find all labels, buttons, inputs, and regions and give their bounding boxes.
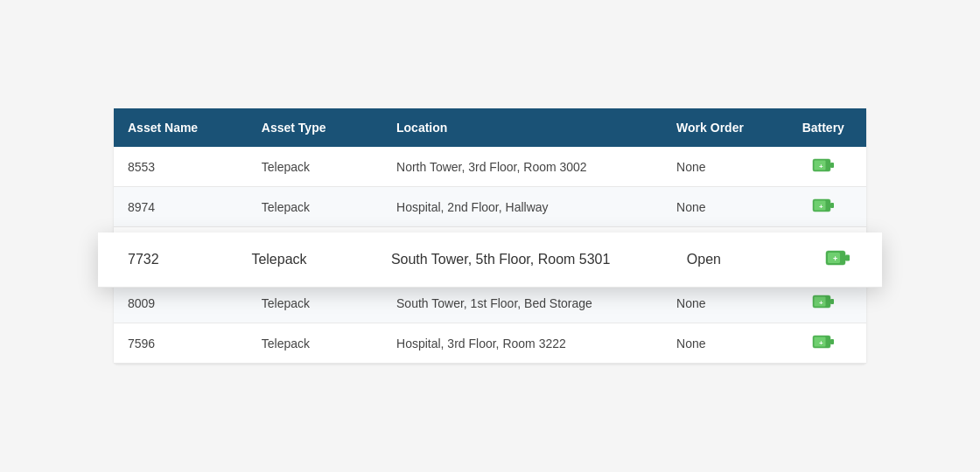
battery-icon: + xyxy=(812,337,835,351)
battery-cell: + xyxy=(780,283,866,323)
work-order-cell: None xyxy=(662,187,780,227)
svg-rect-18 xyxy=(845,255,850,261)
col-header-battery: Battery xyxy=(780,108,866,147)
battery-icon: + xyxy=(812,201,835,215)
work-order-cell: None xyxy=(662,323,780,364)
svg-rect-2 xyxy=(830,163,834,168)
asset-name-cell: 8974 xyxy=(114,187,248,227)
col-header-asset-name: Asset Name xyxy=(114,108,248,147)
asset-name-cell: 8009 xyxy=(114,283,248,323)
col-header-work-order: Work Order xyxy=(662,108,780,147)
svg-rect-14 xyxy=(830,339,834,344)
asset-table-wrapper: Asset Name Asset Type Location Work Orde… xyxy=(114,108,866,364)
col-header-asset-type: Asset Type xyxy=(248,108,382,147)
table-header-row: Asset Name Asset Type Location Work Orde… xyxy=(114,108,866,147)
svg-text:+: + xyxy=(833,254,837,263)
location-cell: Hospital, 3rd Floor, Room 3222 xyxy=(382,323,662,364)
asset-name-cell: 7596 xyxy=(114,323,248,364)
battery-icon: + xyxy=(812,161,835,175)
highlighted-battery: + xyxy=(794,233,882,288)
battery-icon: + xyxy=(825,253,851,268)
svg-text:+: + xyxy=(819,163,823,170)
col-header-location: Location xyxy=(382,108,662,147)
table-row[interactable]: 8974 Telepack Hospital, 2nd Floor, Hallw… xyxy=(114,187,866,227)
battery-cell: + xyxy=(780,147,866,187)
highlighted-row-table: 7732 Telepack South Tower, 5th Floor, Ro… xyxy=(98,233,882,288)
table-row[interactable]: 8009 Telepack South Tower, 1st Floor, Be… xyxy=(114,283,866,323)
battery-cell: + xyxy=(780,187,866,227)
battery-cell: + xyxy=(780,323,866,364)
highlighted-row[interactable]: 7732 Telepack South Tower, 5th Floor, Ro… xyxy=(98,233,882,288)
svg-rect-6 xyxy=(830,203,834,208)
asset-name-cell: 8553 xyxy=(114,147,248,187)
asset-type-cell: Telepack xyxy=(248,147,382,187)
table-row[interactable]: 7596 Telepack Hospital, 3rd Floor, Room … xyxy=(114,323,866,364)
highlighted-location: South Tower, 5th Floor, Room 5301 xyxy=(377,233,673,288)
location-cell: South Tower, 1st Floor, Bed Storage xyxy=(382,283,662,323)
highlighted-work-order: Open xyxy=(673,233,794,288)
highlighted-asset-type: Telepack xyxy=(237,233,376,288)
svg-rect-10 xyxy=(830,299,834,304)
table-row[interactable]: 8553 Telepack North Tower, 3rd Floor, Ro… xyxy=(114,147,866,187)
highlighted-asset-name: 7732 xyxy=(98,233,237,288)
svg-text:+: + xyxy=(819,203,823,211)
svg-text:+: + xyxy=(819,299,823,307)
work-order-cell: None xyxy=(662,283,780,323)
battery-icon: + xyxy=(812,297,835,311)
asset-type-cell: Telepack xyxy=(248,323,382,364)
location-cell: Hospital, 2nd Floor, Hallway xyxy=(382,187,662,227)
work-order-cell: None xyxy=(662,147,780,187)
svg-text:+: + xyxy=(819,339,823,347)
location-cell: North Tower, 3rd Floor, Room 3002 xyxy=(382,147,662,187)
asset-type-cell: Telepack xyxy=(248,283,382,323)
asset-type-cell: Telepack xyxy=(248,187,382,227)
